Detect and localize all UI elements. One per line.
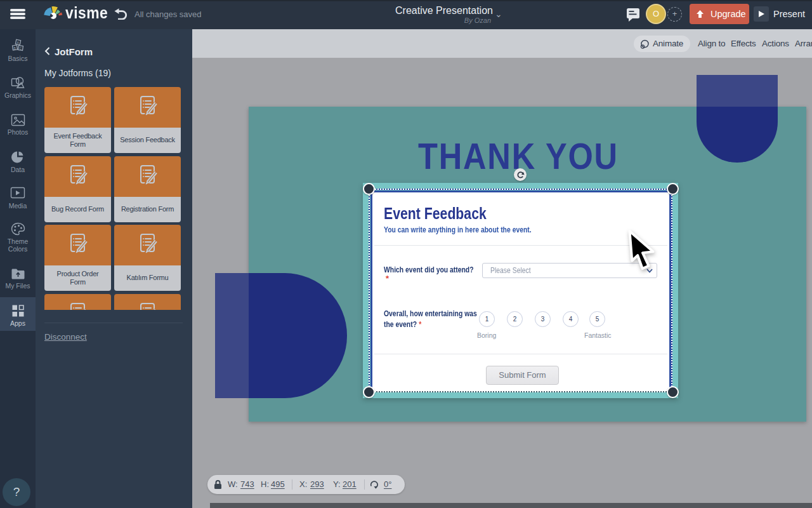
svg-text:A: A xyxy=(17,41,20,44)
svg-text:B: B xyxy=(14,46,16,50)
svg-text:C: C xyxy=(20,46,22,50)
